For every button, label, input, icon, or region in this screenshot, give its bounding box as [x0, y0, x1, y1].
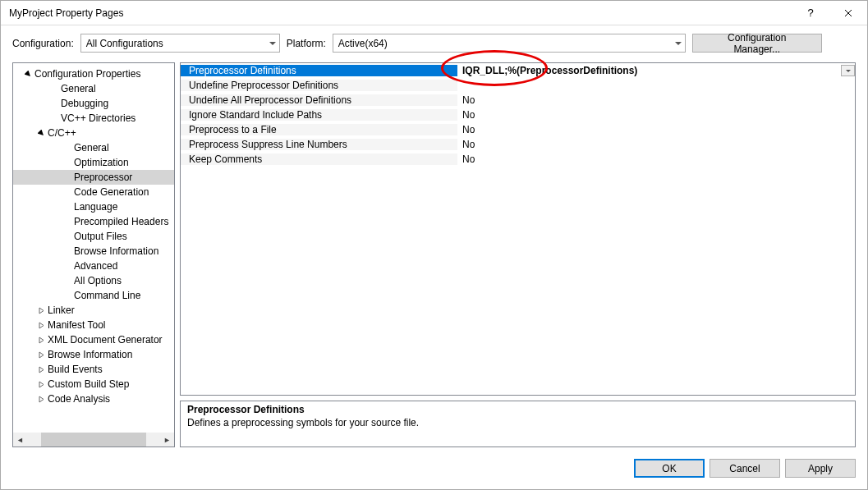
tree-row[interactable]: Language	[13, 199, 174, 214]
scroll-thumb[interactable]	[27, 433, 160, 446]
property-row[interactable]: Preprocess Suppress Line NumbersNo	[181, 137, 855, 152]
tree-label: Code Analysis	[48, 393, 110, 405]
window-title: MyProject Property Pages	[9, 7, 792, 19]
property-tree[interactable]: Configuration PropertiesGeneralDebugging…	[13, 63, 174, 433]
tree-label: Custom Build Step	[48, 378, 129, 390]
configuration-manager-button[interactable]: Configuration Manager...	[692, 34, 822, 53]
close-button[interactable]	[829, 1, 867, 25]
tree-row[interactable]: Custom Build Step	[13, 377, 174, 392]
property-value[interactable]: No	[457, 94, 855, 106]
property-dropdown-button[interactable]	[841, 65, 855, 76]
expander-open-icon[interactable]	[34, 130, 48, 137]
right-column: Preprocessor DefinitionsIQR_DLL;%(Prepro…	[180, 62, 856, 447]
tree-row[interactable]: Code Generation	[13, 185, 174, 199]
scroll-left-arrow[interactable]: ◄	[13, 433, 27, 446]
tree-label: Optimization	[74, 157, 129, 168]
property-row[interactable]: Preprocess to a FileNo	[181, 122, 855, 137]
tree-row[interactable]: Debugging	[13, 96, 174, 111]
tree-row[interactable]: Linker	[13, 303, 174, 318]
property-row[interactable]: Preprocessor DefinitionsIQR_DLL;%(Prepro…	[181, 63, 855, 78]
help-button[interactable]: ?	[792, 1, 829, 25]
tree-row[interactable]: XML Document Generator	[13, 332, 174, 347]
configuration-dropdown[interactable]: All Configurations	[80, 34, 280, 53]
cancel-button[interactable]: Cancel	[710, 459, 780, 478]
property-row[interactable]: Undefine Preprocessor Definitions	[181, 78, 855, 93]
tree-row[interactable]: Optimization	[13, 155, 174, 170]
tree-pane: Configuration PropertiesGeneralDebugging…	[12, 62, 175, 447]
tree-label: Debugging	[61, 98, 108, 109]
tree-row[interactable]: Manifest Tool	[13, 318, 174, 332]
tree-row[interactable]: C/C++	[13, 126, 174, 140]
property-name: Keep Comments	[181, 153, 457, 165]
property-name: Ignore Standard Include Paths	[181, 109, 457, 121]
tree-label: Command Line	[74, 290, 140, 301]
tree-label: C/C++	[48, 127, 76, 139]
tree-row[interactable]: Advanced	[13, 259, 174, 273]
property-value[interactable]: No	[457, 124, 855, 135]
property-row[interactable]: Keep CommentsNo	[181, 152, 855, 167]
property-value[interactable]: IQR_DLL;%(PreprocessorDefinitions)	[457, 65, 855, 76]
tree-label: Precompiled Headers	[74, 216, 168, 227]
tree-label: Preprocessor	[74, 172, 132, 183]
tree-label: Language	[74, 201, 117, 213]
tree-label: Advanced	[74, 260, 117, 272]
tree-row[interactable]: All Options	[13, 273, 174, 288]
property-grid: Preprocessor DefinitionsIQR_DLL;%(Prepro…	[180, 62, 856, 396]
property-row[interactable]: Undefine All Preprocessor DefinitionsNo	[181, 93, 855, 108]
property-value[interactable]: No	[457, 109, 855, 121]
platform-label: Platform:	[287, 38, 326, 49]
tree-row[interactable]: Output Files	[13, 229, 174, 244]
property-row[interactable]: Ignore Standard Include PathsNo	[181, 108, 855, 122]
expander-closed-icon[interactable]	[34, 366, 48, 373]
tree-label: Manifest Tool	[48, 319, 105, 331]
tree-row[interactable]: VC++ Directories	[13, 111, 174, 126]
property-name: Preprocess Suppress Line Numbers	[181, 139, 457, 150]
chevron-down-icon	[269, 42, 276, 45]
property-value[interactable]: No	[457, 153, 855, 165]
tree-row[interactable]: Command Line	[13, 288, 174, 303]
main-area: Configuration PropertiesGeneralDebugging…	[1, 62, 867, 451]
property-name: Undefine Preprocessor Definitions	[181, 80, 457, 91]
property-value[interactable]: No	[457, 139, 855, 150]
tree-label: General	[74, 142, 109, 153]
platform-dropdown[interactable]: Active(x64)	[333, 34, 686, 53]
tree-label: All Options	[74, 275, 122, 286]
tree-label: Linker	[48, 305, 75, 316]
config-row: Configuration: All Configurations Platfo…	[1, 25, 867, 62]
expander-closed-icon[interactable]	[34, 381, 48, 388]
expander-open-icon[interactable]	[21, 71, 34, 78]
tree-row[interactable]: Configuration Properties	[13, 66, 174, 81]
property-name: Preprocessor Definitions	[181, 65, 457, 76]
dialog-buttons: OK Cancel Apply	[1, 451, 867, 489]
tree-row[interactable]: General	[13, 140, 174, 155]
chevron-down-icon	[846, 70, 851, 72]
apply-button[interactable]: Apply	[785, 459, 856, 478]
chevron-down-icon	[675, 42, 682, 45]
tree-row[interactable]: Precompiled Headers	[13, 214, 174, 229]
description-pane: Preprocessor Definitions Defines a prepr…	[180, 401, 856, 447]
tree-label: Browse Information	[48, 349, 132, 360]
tree-label: General	[61, 83, 96, 94]
horizontal-scrollbar[interactable]: ◄ ►	[13, 433, 174, 446]
tree-row[interactable]: Browse Information	[13, 347, 174, 362]
tree-label: VC++ Directories	[61, 112, 135, 124]
expander-closed-icon[interactable]	[34, 396, 48, 403]
tree-row[interactable]: Browse Information	[13, 244, 174, 259]
tree-row[interactable]: Build Events	[13, 362, 174, 377]
expander-closed-icon[interactable]	[34, 322, 48, 329]
titlebar: MyProject Property Pages ?	[1, 1, 867, 25]
tree-label: Code Generation	[74, 186, 149, 198]
expander-closed-icon[interactable]	[34, 351, 48, 359]
description-text: Defines a preprocessing symbols for your…	[187, 417, 848, 428]
tree-row[interactable]: Preprocessor	[13, 170, 174, 185]
tree-row[interactable]: Code Analysis	[13, 392, 174, 406]
expander-closed-icon[interactable]	[34, 307, 48, 314]
property-name: Preprocess to a File	[181, 124, 457, 135]
ok-button[interactable]: OK	[634, 459, 705, 478]
tree-label: Configuration Properties	[34, 68, 140, 80]
tree-label: Output Files	[74, 231, 127, 242]
expander-closed-icon[interactable]	[34, 337, 48, 344]
scroll-right-arrow[interactable]: ►	[160, 433, 174, 446]
property-name: Undefine All Preprocessor Definitions	[181, 94, 457, 106]
tree-row[interactable]: General	[13, 81, 174, 96]
